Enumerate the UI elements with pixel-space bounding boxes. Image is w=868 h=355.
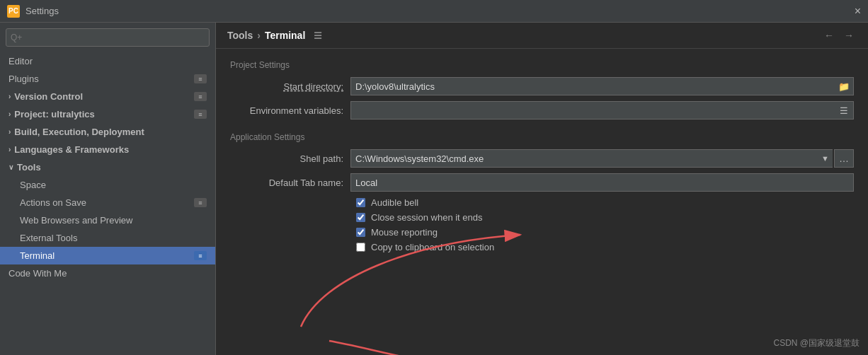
- close-session-label: Close session when it ends: [371, 212, 483, 223]
- terminal-badge: ≡: [194, 251, 207, 260]
- sidebar-item-space[interactable]: Space: [0, 176, 215, 194]
- pin-icon: ☰: [314, 30, 322, 41]
- mouse-reporting-row: Mouse reporting: [230, 227, 854, 238]
- sidebar-item-plugins[interactable]: Plugins ≡: [0, 70, 215, 88]
- close-session-checkbox[interactable]: [356, 213, 365, 222]
- start-directory-input-group: 📁: [350, 77, 854, 95]
- breadcrumb-current: Terminal: [265, 30, 305, 41]
- audible-bell-row: Audible bell: [230, 197, 854, 208]
- chevron-right-icon: ›: [8, 110, 11, 118]
- env-variables-browse-button[interactable]: ☰: [834, 101, 854, 120]
- version-control-badge: ≡: [194, 92, 207, 101]
- copy-clipboard-row: Copy to clipboard on selection: [230, 242, 854, 252]
- env-variables-input-group: ☰: [350, 101, 854, 120]
- sidebar-item-build[interactable]: › Build, Execution, Deployment: [0, 123, 215, 141]
- main-layout: Editor Plugins ≡ › Version Control ≡ › P…: [0, 23, 868, 355]
- shell-more-button[interactable]: …: [834, 149, 854, 168]
- back-button[interactable]: ←: [821, 28, 837, 42]
- watermark: CSDN @国家级退堂鼓: [773, 337, 860, 349]
- shell-path-label: Shell path:: [230, 153, 343, 164]
- sidebar: Editor Plugins ≡ › Version Control ≡ › P…: [0, 23, 216, 355]
- sidebar-item-web-browsers[interactable]: Web Browsers and Preview: [0, 211, 215, 229]
- chevron-right-icon: ›: [8, 128, 11, 136]
- forward-button[interactable]: →: [841, 28, 857, 42]
- mouse-reporting-label: Mouse reporting: [371, 227, 438, 238]
- copy-clipboard-checkbox[interactable]: [356, 243, 365, 252]
- env-variables-input[interactable]: [350, 101, 834, 120]
- plugins-badge: ≡: [194, 74, 207, 83]
- content-body: Project Settings Start directory: 📁 Envi…: [216, 49, 868, 355]
- default-tab-input[interactable]: [350, 173, 854, 192]
- env-variables-row: Environment variables: ☰: [230, 101, 854, 120]
- sidebar-item-project[interactable]: › Project: ultralytics ≡: [0, 105, 215, 123]
- env-variables-label: Environment variables:: [230, 105, 343, 116]
- search-input[interactable]: [11, 33, 205, 42]
- close-session-row: Close session when it ends: [230, 212, 854, 223]
- chevron-right-icon: ›: [8, 93, 11, 100]
- start-directory-browse-button[interactable]: 📁: [834, 77, 854, 95]
- start-directory-input[interactable]: [350, 77, 834, 95]
- shell-path-row: Shell path: ▼ …: [230, 149, 854, 168]
- breadcrumb: Tools › Terminal ☰: [227, 30, 322, 41]
- nav-arrows: ← →: [821, 28, 857, 42]
- breadcrumb-separator: ›: [257, 30, 261, 41]
- project-settings-title: Project Settings: [230, 60, 854, 70]
- actions-badge: ≡: [194, 198, 207, 207]
- content-header: Tools › Terminal ☰ ← →: [216, 23, 868, 49]
- shell-dropdown-button[interactable]: ▼: [818, 149, 833, 168]
- chevron-down-icon: ∨: [8, 163, 13, 171]
- default-tab-row: Default Tab name:: [230, 173, 854, 192]
- sidebar-items: Editor Plugins ≡ › Version Control ≡ › P…: [0, 52, 215, 355]
- audible-bell-label: Audible bell: [371, 197, 418, 208]
- sidebar-item-languages[interactable]: › Languages & Frameworks: [0, 141, 215, 158]
- content-area: Tools › Terminal ☰ ← → Project Settings …: [216, 23, 868, 355]
- default-tab-label: Default Tab name:: [230, 178, 343, 188]
- title-bar-text: Settings: [25, 6, 59, 16]
- search-box[interactable]: [6, 28, 210, 47]
- start-directory-row: Start directory: 📁: [230, 77, 854, 95]
- close-button[interactable]: ×: [855, 5, 861, 18]
- sidebar-item-editor[interactable]: Editor: [0, 52, 215, 70]
- app-settings-title: Application Settings: [230, 132, 854, 142]
- sidebar-item-external-tools[interactable]: External Tools: [0, 229, 215, 247]
- project-badge: ≡: [194, 110, 207, 119]
- sidebar-item-actions-on-save[interactable]: Actions on Save ≡: [0, 194, 215, 211]
- shell-path-input[interactable]: [350, 149, 818, 168]
- chevron-right-icon: ›: [8, 146, 11, 153]
- start-directory-label: Start directory:: [230, 81, 343, 92]
- sidebar-item-version-control[interactable]: › Version Control ≡: [0, 88, 215, 105]
- title-bar: PC Settings ×: [0, 0, 868, 23]
- mouse-reporting-checkbox[interactable]: [356, 228, 365, 237]
- sidebar-item-tools[interactable]: ∨ Tools: [0, 158, 215, 176]
- copy-clipboard-label: Copy to clipboard on selection: [371, 242, 494, 252]
- audible-bell-checkbox[interactable]: [356, 198, 365, 207]
- sidebar-item-code-with-me[interactable]: Code With Me: [0, 264, 215, 282]
- sidebar-item-terminal[interactable]: Terminal ≡: [0, 247, 215, 264]
- app-logo: PC: [7, 5, 20, 18]
- shell-path-input-group: ▼ …: [350, 149, 854, 168]
- breadcrumb-parent: Tools: [227, 30, 253, 41]
